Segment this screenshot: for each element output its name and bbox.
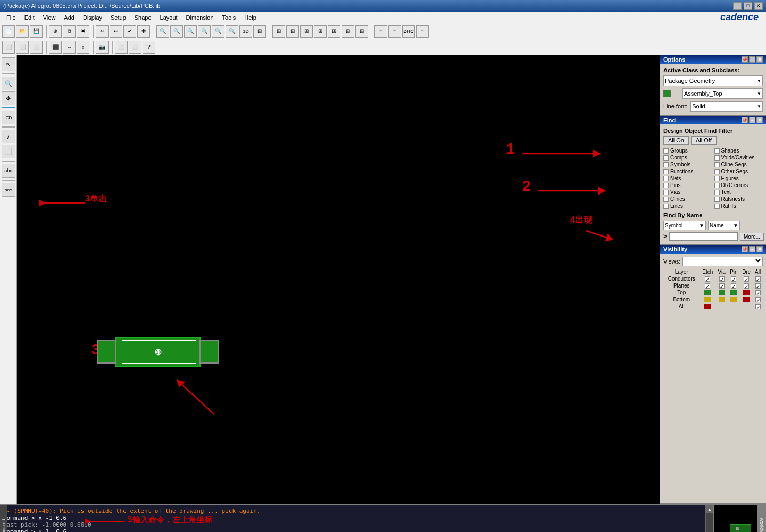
lt-text1[interactable]: abc: [2, 164, 15, 178]
vis-cond-via[interactable]: ✓: [719, 276, 725, 282]
find-text-input[interactable]: [669, 232, 738, 241]
cb-clines-box[interactable]: [663, 197, 669, 202]
cb-nets-box[interactable]: [663, 176, 669, 181]
tb-cross[interactable]: ✚: [137, 25, 150, 38]
close-button[interactable]: ✕: [754, 2, 763, 10]
cb-drcerrors-box[interactable]: [714, 183, 720, 188]
tb-zoom1[interactable]: 🔍: [156, 25, 169, 38]
tb-grid6[interactable]: ⊞: [328, 25, 340, 38]
vis-top-drc-color[interactable]: [743, 290, 750, 295]
vis-plane-etch[interactable]: ✓: [705, 283, 710, 289]
tb-delete[interactable]: ✖: [77, 25, 89, 38]
canvas-area[interactable]: 1 2 3单击: [17, 55, 660, 504]
tb-zoom4[interactable]: 🔍: [198, 25, 211, 38]
lt-zoom[interactable]: 🔍: [2, 77, 15, 90]
vis-bot-etch-color[interactable]: [704, 297, 711, 302]
lt-text2[interactable]: abc: [2, 183, 15, 197]
menu-add[interactable]: Add: [60, 13, 79, 22]
vis-top-via-color[interactable]: [719, 290, 725, 295]
cb-groups-box[interactable]: [663, 148, 669, 154]
linefont-dropdown[interactable]: Solid ▼: [690, 101, 763, 112]
lt-rect[interactable]: ⬜: [2, 145, 15, 158]
cb-voids-box[interactable]: [714, 155, 720, 161]
find-pin[interactable]: 📌: [742, 117, 748, 123]
vis-cond-etch[interactable]: ✓: [705, 276, 710, 282]
tb-grid5[interactable]: ⊞: [314, 25, 327, 38]
cb-lines-box[interactable]: [663, 204, 669, 209]
vis-plane-pin[interactable]: ✓: [731, 283, 736, 289]
minimize-button[interactable]: ─: [733, 2, 742, 10]
vis-plane-all[interactable]: ✓: [755, 283, 761, 289]
tb-prop3[interactable]: ≡: [416, 25, 429, 38]
vis-cond-pin[interactable]: ✓: [731, 276, 736, 282]
menu-layout[interactable]: Layout: [156, 13, 182, 22]
all-on-button[interactable]: All On: [663, 136, 689, 145]
cb-shapes-box[interactable]: [714, 148, 720, 154]
tb-grid7[interactable]: ⊞: [342, 25, 354, 38]
vis-cond-all[interactable]: ✓: [755, 276, 761, 282]
find-more-button[interactable]: More...: [740, 233, 764, 241]
scroll-up[interactable]: ▲: [706, 505, 713, 513]
cb-pins-box[interactable]: [663, 183, 669, 188]
tb-zoom3[interactable]: 🔍: [184, 25, 197, 38]
cb-vias-box[interactable]: [663, 190, 669, 195]
tb2-help[interactable]: ?: [143, 41, 155, 54]
vis-all-all[interactable]: ✓: [755, 304, 761, 309]
cb-text-box[interactable]: [714, 190, 720, 195]
find-minimize[interactable]: ─: [749, 117, 755, 123]
tb-prop1[interactable]: ≡: [374, 25, 387, 38]
tb2-b1[interactable]: ⬜: [2, 41, 15, 54]
vis-bot-via-color[interactable]: [719, 297, 725, 302]
tb2-b4[interactable]: ⬛: [49, 41, 62, 54]
lt-icd[interactable]: ICD: [2, 111, 15, 124]
menu-help[interactable]: Help: [240, 13, 261, 22]
vis-plane-drc[interactable]: ✓: [744, 283, 749, 289]
vis-pin[interactable]: 📌: [742, 246, 748, 252]
tb-3d[interactable]: 3D: [239, 25, 252, 38]
find-symbol-dropdown[interactable]: Symbol ▼: [663, 221, 706, 230]
vis-all-etch-color[interactable]: [704, 304, 711, 309]
tb-zoom2[interactable]: 🔍: [170, 25, 183, 38]
cb-ratsnests-box[interactable]: [714, 197, 720, 202]
lt-select[interactable]: ↖: [2, 57, 15, 71]
tb-undo[interactable]: ↩: [96, 25, 109, 38]
menu-view[interactable]: View: [39, 13, 60, 22]
vis-bot-drc-color[interactable]: [743, 297, 750, 302]
tb2-b8[interactable]: ⬜: [115, 41, 128, 54]
tb2-b5[interactable]: ↔: [63, 41, 76, 54]
vis-top-all[interactable]: ✓: [755, 290, 761, 295]
tb2-b6[interactable]: ↕: [77, 41, 89, 54]
tb-check[interactable]: ✔: [123, 25, 136, 38]
cb-clinesegs-box[interactable]: [714, 162, 720, 167]
tb-grid3[interactable]: ⊞: [286, 25, 299, 38]
class-dropdown[interactable]: Package Geometry ▼: [663, 75, 763, 86]
tb-new[interactable]: 📄: [2, 25, 15, 38]
cb-othersegs-box[interactable]: [714, 169, 720, 174]
vis-bot-all[interactable]: ✓: [755, 297, 761, 302]
tb2-b7[interactable]: 📷: [96, 41, 109, 54]
all-off-button[interactable]: All Off: [691, 136, 717, 145]
menu-setup[interactable]: Setup: [106, 13, 130, 22]
console-scrollbar[interactable]: ▲ ▼: [705, 505, 713, 532]
vis-top-pin-color[interactable]: [730, 290, 737, 295]
vis-close[interactable]: ✕: [756, 246, 763, 252]
lt-line[interactable]: /: [2, 130, 15, 143]
menu-edit[interactable]: Edit: [20, 13, 39, 22]
tb-copy[interactable]: ⧉: [63, 25, 76, 38]
tb-drc[interactable]: DRC: [402, 25, 415, 38]
maximize-button[interactable]: □: [744, 2, 752, 10]
vis-cond-drc[interactable]: ✓: [744, 276, 749, 282]
options-pin[interactable]: 📌: [742, 56, 748, 63]
tb-snap[interactable]: ⊕: [49, 25, 62, 38]
lt-pan[interactable]: ✥: [2, 91, 15, 105]
vis-views-dropdown[interactable]: [682, 257, 763, 266]
menu-shape[interactable]: Shape: [130, 13, 156, 22]
console-panel[interactable]: W- (SPMHUT-40): Pick is outside the exte…: [0, 505, 713, 532]
options-close[interactable]: ✕: [756, 56, 763, 63]
tb-grid1[interactable]: ⊞: [253, 25, 266, 38]
find-name-dropdown[interactable]: Name ▼: [708, 221, 740, 230]
menu-display[interactable]: Display: [79, 13, 106, 22]
tb-zoom5[interactable]: 🔍: [212, 25, 224, 38]
cb-functions-box[interactable]: [663, 169, 669, 174]
menu-file[interactable]: File: [2, 13, 20, 22]
